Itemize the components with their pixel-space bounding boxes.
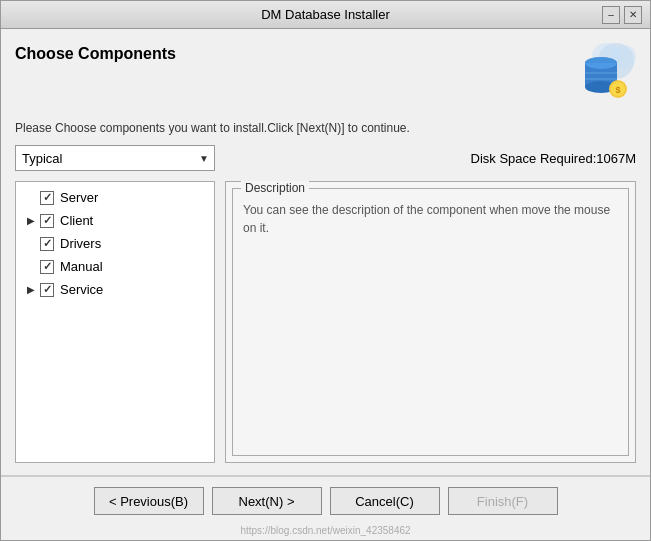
component-server[interactable]: ▶ Server [16, 186, 214, 209]
drivers-label: Drivers [60, 236, 101, 251]
footer-buttons: < Previous(B) Next(N) > Cancel(C) Finish… [1, 476, 650, 525]
title-bar-controls: – ✕ [602, 6, 642, 24]
service-expand[interactable]: ▶ [24, 283, 38, 297]
db-icon: $ [566, 41, 636, 111]
finish-button[interactable]: Finish(F) [448, 487, 558, 515]
previous-button[interactable]: < Previous(B) [94, 487, 204, 515]
client-label: Client [60, 213, 93, 228]
svg-point-8 [585, 57, 617, 69]
description-group: Description You can see the description … [232, 188, 629, 456]
component-service[interactable]: ▶ Service [16, 278, 214, 301]
next-button[interactable]: Next(N) > [212, 487, 322, 515]
installer-window: DM Database Installer – ✕ Choose Compone… [0, 0, 651, 541]
close-button[interactable]: ✕ [624, 6, 642, 24]
drivers-checkbox[interactable] [40, 237, 54, 251]
description-text: You can see the description of the compo… [233, 189, 628, 247]
components-panel: ▶ Server ▶ Client ▶ Drivers ▶ [15, 181, 215, 463]
header-section: Choose Components [15, 41, 636, 111]
client-expand[interactable]: ▶ [24, 214, 38, 228]
description-group-label: Description [241, 181, 309, 195]
manual-checkbox[interactable] [40, 260, 54, 274]
main-panels: ▶ Server ▶ Client ▶ Drivers ▶ [15, 181, 636, 463]
manual-label: Manual [60, 259, 103, 274]
dropdown-row: Typical Minimal Full Custom ▼ Disk Space… [15, 145, 636, 171]
minimize-button[interactable]: – [602, 6, 620, 24]
page-title: Choose Components [15, 45, 176, 63]
disk-space-label: Disk Space Required:1067M [471, 151, 636, 166]
watermark-text: https://blog.csdn.net/weixin_42358462 [1, 525, 650, 540]
window-title: DM Database Installer [49, 7, 602, 22]
component-client[interactable]: ▶ Client [16, 209, 214, 232]
client-checkbox[interactable] [40, 214, 54, 228]
service-checkbox[interactable] [40, 283, 54, 297]
server-label: Server [60, 190, 98, 205]
component-manual[interactable]: ▶ Manual [16, 255, 214, 278]
title-bar: DM Database Installer – ✕ [1, 1, 650, 29]
description-panel: Description You can see the description … [225, 181, 636, 463]
component-type-dropdown[interactable]: Typical Minimal Full Custom [15, 145, 215, 171]
service-label: Service [60, 282, 103, 297]
instruction-text: Please Choose components you want to ins… [15, 121, 636, 135]
cancel-button[interactable]: Cancel(C) [330, 487, 440, 515]
svg-text:$: $ [615, 85, 620, 95]
component-drivers[interactable]: ▶ Drivers [16, 232, 214, 255]
content-area: Choose Components [1, 29, 650, 475]
component-type-dropdown-wrapper: Typical Minimal Full Custom ▼ [15, 145, 215, 171]
server-checkbox[interactable] [40, 191, 54, 205]
